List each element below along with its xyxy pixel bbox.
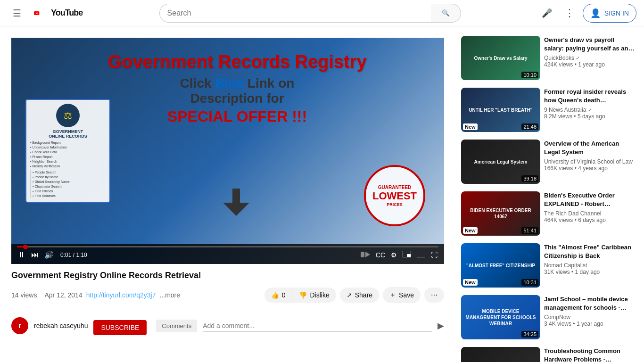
sidebar-title: Owner's draw vs payroll salary: paying y… xyxy=(544,36,635,53)
save-icon: ＋ xyxy=(389,291,396,299)
svg-marker-3 xyxy=(365,252,370,257)
comments-tab[interactable]: Comments xyxy=(156,320,197,332)
sidebar-info: Troubleshooting Common Hardware Problems… xyxy=(544,347,635,362)
svg-rect-6 xyxy=(417,251,425,257)
search-input[interactable] xyxy=(159,4,431,23)
badge-prices: PRICES xyxy=(387,202,403,207)
search-form: 🔍 xyxy=(159,4,461,23)
autoplay-button[interactable] xyxy=(360,250,371,260)
video-meta-left: 14 views Apr 12, 2014 http://tinyurl.com… xyxy=(11,291,180,299)
dislike-button[interactable]: 👎 Dislike xyxy=(292,288,336,303)
sidebar-item[interactable]: UNTIL HER "LAST BREATH" 21:48 New Former… xyxy=(459,86,636,134)
save-label: Save xyxy=(399,291,414,299)
sidebar-item[interactable]: BIDEN EXECUTIVE ORDER 14067 51:41 New Bi… xyxy=(459,189,636,238)
send-button[interactable]: ▶ xyxy=(438,321,444,331)
sidebar-thumbnail: American Legal System 39:18 xyxy=(461,140,540,184)
sidebar-item[interactable]: Troubleshooting Common Hardware Problems… xyxy=(459,345,636,362)
video-link[interactable]: http://tinyurl.com/q2y3j7 xyxy=(86,291,156,299)
thumb-duration: 34:25 xyxy=(521,331,538,337)
sidebar-channel: University of Virginia School of Law xyxy=(544,158,635,165)
sidebar-item[interactable]: American Legal System 39:18 Overview of … xyxy=(459,138,636,186)
hamburger-icon: ☰ xyxy=(13,8,21,19)
sidebar-title: Biden's Executive Order EXPLAINED - Robe… xyxy=(544,191,635,208)
thumb-duration: 10:10 xyxy=(521,72,538,78)
controls-row: ⏸ ⏭ 🔊 0:01 / 1:10 CC ⚙ xyxy=(17,249,438,260)
share-icon: ↗ xyxy=(347,291,352,299)
save-button[interactable]: ＋ Save xyxy=(383,287,421,303)
sidebar-thumbnail: Troubleshooting Common Hardware Problems xyxy=(461,347,540,362)
avatar-initial: r xyxy=(18,322,21,329)
sidebar-stats: 8.2M views • 5 days ago xyxy=(544,113,635,120)
sidebar-title: Jamf School – mobile device management f… xyxy=(544,295,635,312)
verified-icon: ✓ xyxy=(576,55,580,61)
comment-input-wrap xyxy=(203,320,432,332)
svg-rect-5 xyxy=(407,254,411,257)
miniplayer-icon xyxy=(403,251,411,257)
progress-dot xyxy=(23,245,28,249)
logo-text: YouTube xyxy=(51,8,83,18)
sidebar-stats: 3.4K views • 1 year ago xyxy=(544,321,635,327)
sidebar-info: Former royal insider reveals how Queen's… xyxy=(544,88,635,132)
sidebar-info: Biden's Executive Order EXPLAINED - Robe… xyxy=(544,191,635,236)
new-badge: New xyxy=(463,227,478,234)
comment-input[interactable] xyxy=(203,320,432,332)
search-icon: 🔍 xyxy=(442,9,450,16)
comments-section: r rebekah caseyuhu SUBSCRIBE Comments ▶ xyxy=(11,316,444,335)
subtitles-button[interactable]: CC xyxy=(375,250,386,260)
video-actions: 👍 0 👎 Dislike ↗ Share ＋ S xyxy=(264,287,444,303)
miniplayer-button[interactable] xyxy=(402,250,412,260)
mic-icon: 🎤 xyxy=(542,8,552,18)
thumb-duration: 51:41 xyxy=(521,227,538,234)
controls-right: CC ⚙ ⛶ xyxy=(360,250,438,260)
sidebar-item[interactable]: Owner's Draw vs Salary 10:10 Owner's dra… xyxy=(459,34,636,82)
video-thumbnail: ⚖ GOVERNMENTONLINE RECORDS ▪ Background … xyxy=(11,38,444,264)
overlay-title: Government Records Registry xyxy=(106,52,369,72)
search-button[interactable]: 🔍 xyxy=(431,4,461,23)
video-player[interactable]: ⚖ GOVERNMENTONLINE RECORDS ▪ Background … xyxy=(11,38,444,264)
channel-name: rebekah caseyuhu xyxy=(34,322,88,329)
publish-date: Apr 12, 2014 xyxy=(44,291,82,299)
menu-button[interactable]: ☰ xyxy=(8,4,26,23)
progress-bar[interactable] xyxy=(17,246,438,247)
next-button[interactable]: ⏭ xyxy=(30,250,40,260)
svg-rect-2 xyxy=(361,252,364,257)
youtube-logo[interactable]: YouTube xyxy=(34,8,83,18)
thumb-duration: 39:18 xyxy=(521,175,538,182)
video-section: ⚖ GOVERNMENTONLINE RECORDS ▪ Background … xyxy=(0,26,455,362)
sidebar-item[interactable]: MOBILE DEVICE MANAGEMENT FOR SCHOOLS WEB… xyxy=(459,293,636,341)
sidebar-thumbnail: MOBILE DEVICE MANAGEMENT FOR SCHOOLS WEB… xyxy=(461,295,540,339)
sidebar-thumbnail: UNTIL HER "LAST BREATH" 21:48 New xyxy=(461,88,540,132)
sidebar-channel: QuickBooks ✓ xyxy=(544,55,635,61)
more-link[interactable]: ...more xyxy=(160,291,181,299)
autoplay-icon xyxy=(361,252,370,257)
sidebar-thumbnail: BIDEN EXECUTIVE ORDER 14067 51:41 New xyxy=(461,191,540,236)
account-icon: 👤 xyxy=(590,8,601,18)
sidebar-item[interactable]: "ALMOST FREE" CITIZENSHIP 10:31 New This… xyxy=(459,241,636,289)
sidebar-info: This "Almost Free" Caribbean Citizenship… xyxy=(544,243,635,288)
settings-button[interactable]: ⚙ xyxy=(390,250,398,260)
mute-button[interactable]: 🔊 xyxy=(43,249,55,260)
header-right: 🎤 ⋮ 👤 SIGN IN xyxy=(537,4,636,23)
like-button[interactable]: 👍 0 xyxy=(264,288,293,303)
more-actions-button[interactable]: ⋯ xyxy=(424,288,444,303)
view-count: 14 views xyxy=(11,291,37,299)
sidebar-stats: 424K views • 1 year ago xyxy=(544,61,635,68)
share-button[interactable]: ↗ Share xyxy=(340,288,379,303)
sidebar-info: Jamf School – mobile device management f… xyxy=(544,295,635,339)
mic-button[interactable]: 🎤 xyxy=(537,4,556,23)
video-main-title: Government Registry Online Records Retri… xyxy=(11,270,444,281)
dislike-label: Dislike xyxy=(310,291,329,299)
theater-button[interactable] xyxy=(416,250,426,260)
more-options-button[interactable]: ⋮ xyxy=(560,4,579,23)
more-icon: ⋮ xyxy=(564,7,575,19)
arrow-down xyxy=(222,189,250,222)
subscribe-button[interactable]: SUBSCRIBE xyxy=(93,320,147,335)
fullscreen-button[interactable]: ⛶ xyxy=(430,250,438,260)
comment-channel-area: rebekah caseyuhu SUBSCRIBE Comments ▶ xyxy=(34,316,444,335)
main-content: ⚖ GOVERNMENTONLINE RECORDS ▪ Background … xyxy=(0,26,644,362)
sidebar-stats: 31K views • 1 day ago xyxy=(544,269,635,275)
video-content: Government Records Registry Click Blue L… xyxy=(11,38,444,264)
play-pause-button[interactable]: ⏸ xyxy=(17,250,26,260)
sign-in-button[interactable]: 👤 SIGN IN xyxy=(583,4,636,23)
like-dislike-group: 👍 0 👎 Dislike xyxy=(264,288,336,303)
